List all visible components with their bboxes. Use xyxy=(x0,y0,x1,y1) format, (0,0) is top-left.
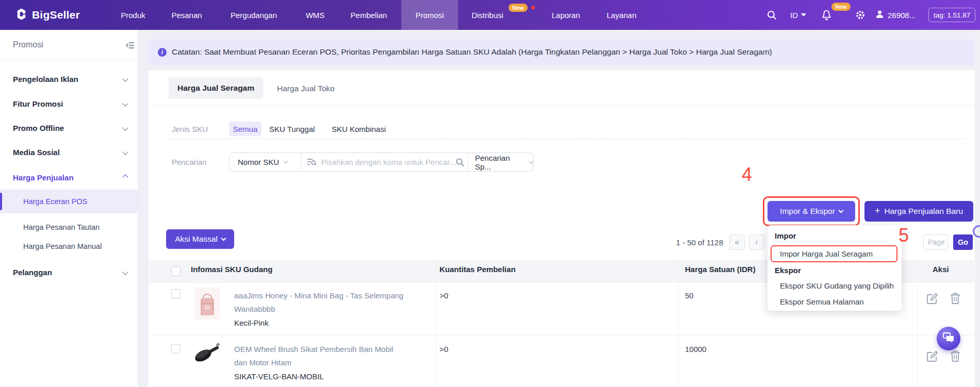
account-id: 26908... xyxy=(888,11,916,20)
header-harga-satuan: Harga Satuan (IDR) xyxy=(685,265,756,274)
jenis-option-sku-kombinasi[interactable]: SKU Kombinasi xyxy=(332,125,386,133)
sidebar-item-media-sosial[interactable]: Media Sosial xyxy=(13,146,127,158)
user-icon xyxy=(875,9,885,21)
pencarian-label: Pencarian xyxy=(172,158,207,166)
chevron-down-icon xyxy=(284,159,288,163)
sidebar-item-promo-offline[interactable]: Promo Offline xyxy=(13,122,127,134)
chevron-down-icon xyxy=(122,76,128,81)
sidebar-collapse-icon[interactable] xyxy=(126,42,135,51)
product-title-link[interactable]: aaaJims Honey - Mina Mini Bag - Tas Sele… xyxy=(234,289,404,316)
dropdown-import-header: Impor xyxy=(775,231,796,240)
nav-item-layanan[interactable]: Layanan xyxy=(607,0,636,30)
bell-icon[interactable] xyxy=(821,9,832,23)
sidebar-title: Promosi xyxy=(13,40,43,49)
column-divider xyxy=(678,260,679,387)
product-sku: Kecil-Pink xyxy=(234,318,269,327)
edit-icon[interactable] xyxy=(925,349,939,365)
new-price-button[interactable]: + Harga Penjualan Baru xyxy=(864,201,973,222)
row-checkbox[interactable] xyxy=(171,289,181,298)
row-checkbox[interactable] xyxy=(171,344,181,354)
tab-harga-jual-toko[interactable]: Harga Jual Toko xyxy=(277,84,335,93)
caret-down-icon xyxy=(801,13,806,16)
delete-icon[interactable] xyxy=(949,349,961,365)
chat-widget-button[interactable] xyxy=(937,327,960,350)
sidebar-item-pelanggan[interactable]: Pelanggan xyxy=(13,266,127,278)
chevron-down-icon xyxy=(122,125,128,130)
sidebar-subitem-harga-pesanan-tautan[interactable]: Harga Pesanan Tautan xyxy=(23,223,100,231)
separator xyxy=(301,153,302,171)
magnifier-icon[interactable] xyxy=(455,158,465,169)
chevron-up-icon xyxy=(122,174,128,180)
filter-dashed-divider xyxy=(168,139,965,139)
distribusi-notification-dot xyxy=(531,6,535,9)
sidebar-item-harga-penjualan[interactable]: Harga Penjualan xyxy=(13,171,127,183)
row-divider xyxy=(149,335,974,335)
header-kuantitas: Kuantitas Pembelian xyxy=(439,265,516,274)
nav-item-pesanan[interactable]: Pesanan xyxy=(171,0,202,30)
search-icon[interactable] xyxy=(766,10,777,23)
chevron-down-icon xyxy=(838,208,843,213)
go-button[interactable]: Go xyxy=(953,234,973,250)
plus-icon: + xyxy=(875,206,880,216)
header-sku-info: Infomasi SKU Gudang xyxy=(191,265,272,274)
product-title-link[interactable]: OEM Wheel Brush Sikat Pembersih Ban Mobi… xyxy=(234,343,404,369)
nav-item-wms[interactable]: WMS xyxy=(306,0,325,30)
delete-icon[interactable] xyxy=(949,292,961,307)
nav-item-pergudangan[interactable]: Pergudangan xyxy=(231,0,277,30)
pagination-range: 1 - 50 of 1128 xyxy=(665,238,723,247)
bulk-action-button[interactable]: Aksi Massal xyxy=(166,229,234,249)
nav-item-promosi[interactable]: Promosi xyxy=(415,0,444,30)
page-number-input[interactable]: Page xyxy=(923,234,948,250)
language-selector[interactable]: ID xyxy=(790,0,806,30)
import-export-dropdown: Impor Impor Harga Jual Seragam Ekspor Ek… xyxy=(767,225,902,311)
sidebar-subitem-harga-eceran-pos[interactable]: Harga Eceran POS xyxy=(23,197,87,206)
gear-icon[interactable] xyxy=(855,10,865,22)
sidebar-divider xyxy=(0,60,138,61)
chat-icon xyxy=(942,332,955,345)
pagination-prev-button[interactable]: ‹ xyxy=(749,234,764,250)
qty-cell: >0 xyxy=(439,291,448,300)
note-text: Catatan: Saat Membuat Pesanan Eceran POS… xyxy=(172,47,772,57)
jenis-option-sku-tunggal[interactable]: SKU Tunggal xyxy=(269,125,315,133)
sidebar-item-pengelolaan-iklan[interactable]: Pengelolaan Iklan xyxy=(13,73,127,85)
annotation-step-4: 4 xyxy=(742,164,752,186)
sidebar-subitem-harga-pesanan-manual[interactable]: Harga Pesanan Manual xyxy=(23,242,102,250)
note-banner: i Catatan: Saat Membuat Pesanan Eceran P… xyxy=(149,39,975,65)
brand-logo[interactable]: BigSeller xyxy=(14,0,80,30)
import-export-button[interactable]: Impor & Ekspor xyxy=(767,201,855,222)
sidebar-active-bar xyxy=(0,193,2,210)
tab-harga-jual-seragam[interactable]: Harga Jual Seragam xyxy=(169,77,263,99)
select-all-checkbox[interactable] xyxy=(171,266,181,276)
chevron-down-icon xyxy=(122,149,128,155)
search-input[interactable]: Pisahkan dengan koma untuk Pencar... xyxy=(321,158,456,166)
jenis-sku-label: Jenis SKU xyxy=(172,125,208,133)
info-icon: i xyxy=(158,48,167,57)
tabs-divider xyxy=(149,105,974,106)
chevron-down-icon xyxy=(122,100,128,106)
nav-item-produk[interactable]: Produk xyxy=(121,0,145,30)
sidebar-item-fitur-promosi[interactable]: Fitur Promosi xyxy=(13,97,127,110)
annotation-box-import-item xyxy=(771,245,897,262)
pagination-first-button[interactable]: « xyxy=(729,234,745,250)
price-cell: 50 xyxy=(685,291,694,300)
brand-name: BigSeller xyxy=(32,9,80,21)
product-image-wheel-brush xyxy=(192,342,222,369)
bell-new-badge: New xyxy=(831,3,851,11)
separator xyxy=(467,153,468,171)
jenis-option-semua[interactable]: Semua xyxy=(229,122,262,136)
dropdown-item-ekspor-semua-halaman[interactable]: Ekspor Semua Halaman xyxy=(780,297,864,306)
nav-item-distribusi[interactable]: Distribusi xyxy=(471,0,503,30)
top-navbar: BigSeller Produk Pesanan Pergudangan WMS… xyxy=(0,0,980,30)
chevron-down-icon xyxy=(221,235,226,241)
bigseller-logo-icon xyxy=(14,7,28,23)
product-sku: SIKAT-VELG-BAN-MOBIL xyxy=(234,372,324,381)
nav-item-laporan[interactable]: Laporan xyxy=(551,0,580,30)
special-search-select[interactable]: Pencarian Sp... xyxy=(475,153,533,171)
nav-item-pembelian[interactable]: Pembelian xyxy=(351,0,387,30)
edit-icon[interactable] xyxy=(925,292,939,307)
dropdown-item-ekspor-sku-dipilih[interactable]: Ekspor SKU Gudang yang Dipilih xyxy=(780,281,894,290)
search-type-select[interactable]: Nomor SKU xyxy=(238,153,287,171)
account-menu[interactable]: 26908... xyxy=(875,0,916,30)
search-group: Nomor SKU Pisahkan dengan koma untuk Pen… xyxy=(229,153,533,172)
header-aksi: Aksi xyxy=(933,265,949,274)
